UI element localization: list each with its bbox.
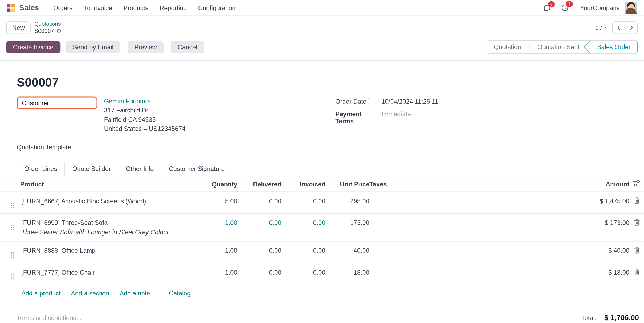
menu-reporting[interactable]: Reporting	[160, 4, 187, 11]
unit-price-cell[interactable]: 173.00	[325, 214, 369, 232]
cancel-button[interactable]: Cancel	[171, 41, 204, 53]
delivered-cell[interactable]: 0.00	[237, 263, 281, 281]
customer-section: Gemini Furniture 317 Fairchild Dr Fairfi…	[17, 96, 335, 133]
trash-icon	[634, 197, 639, 204]
order-date-value[interactable]: 10/04/2024 11:25:11	[381, 98, 438, 105]
delete-line-button[interactable]	[629, 192, 644, 209]
quantity-cell[interactable]: 1.00	[193, 214, 237, 232]
column-delivered[interactable]: Delivered	[237, 176, 281, 192]
delete-line-button[interactable]	[629, 214, 644, 231]
help-tooltip-icon: ?	[367, 98, 370, 102]
delivered-cell[interactable]: 0.00	[237, 214, 281, 232]
menu-products[interactable]: Products	[124, 4, 148, 11]
taxes-cell[interactable]	[369, 192, 577, 201]
create-invoice-button[interactable]: Create Invoice	[6, 41, 60, 53]
tab-other-info[interactable]: Other Info	[118, 161, 161, 176]
column-quantity[interactable]: Quantity	[193, 176, 237, 192]
column-invoiced[interactable]: Invoiced	[281, 176, 325, 192]
status-step-quotation-sent[interactable]: Quotation Sent	[531, 41, 586, 53]
add-product-link[interactable]: Add a product	[21, 290, 61, 297]
record-actions-gear-icon[interactable]: ⚙	[56, 28, 61, 34]
column-amount[interactable]: Amount	[577, 176, 629, 192]
column-taxes[interactable]: Taxes	[369, 176, 577, 192]
taxes-cell[interactable]	[369, 263, 577, 273]
quantity-cell[interactable]: 5.00	[193, 192, 237, 210]
delivered-cell[interactable]: 0.00	[237, 242, 281, 260]
main-menu: Orders To Invoice Products Reporting Con…	[53, 4, 236, 11]
unit-price-cell[interactable]: 40.00	[325, 242, 369, 260]
add-note-link[interactable]: Add a note	[120, 290, 150, 297]
status-step-quotation[interactable]: Quotation	[487, 41, 528, 53]
product-cell[interactable]: [FURN_8888] Office Lamp	[20, 242, 193, 260]
payment-terms-value[interactable]: Immediate	[381, 110, 411, 118]
unit-price-cell[interactable]: 295.00	[325, 192, 369, 210]
status-step-sales-order[interactable]: Sales Order	[590, 41, 638, 53]
app-title[interactable]: Sales	[19, 3, 39, 12]
menu-to-invoice[interactable]: To Invoice	[84, 4, 112, 11]
add-section-link[interactable]: Add a section	[71, 290, 109, 297]
terms-and-conditions-field[interactable]: Terms and conditions...	[17, 314, 81, 321]
product-cell[interactable]: [FURN_6667] Acoustic Bloc Screens (Wood)	[20, 192, 193, 210]
notebook-tabs: Order Lines Quote Builder Other Info Cus…	[0, 161, 644, 176]
order-line-row: [FURN_8888] Office Lamp 1.00 0.00 0.00 4…	[0, 242, 644, 263]
totals: Total: $ 1,706.00	[581, 313, 639, 322]
navbar-systray: 6 2 YourCompany	[533, 2, 637, 14]
unit-price-cell[interactable]: 18.00	[325, 263, 369, 281]
pager-next-button[interactable]	[625, 21, 638, 34]
drag-handle[interactable]	[10, 203, 14, 209]
record-title: S00007	[17, 75, 644, 89]
pager-previous-button[interactable]	[612, 21, 625, 34]
activities-button[interactable]: 2	[561, 4, 569, 12]
taxes-cell[interactable]	[369, 214, 577, 223]
messages-badge: 6	[548, 1, 555, 7]
tab-quote-builder[interactable]: Quote Builder	[65, 161, 118, 176]
order-lines-footer: Add a product Add a section Add a note C…	[0, 285, 644, 303]
chevron-right-icon	[629, 25, 634, 30]
column-unit-price[interactable]: Unit Price	[325, 176, 369, 192]
delete-line-button[interactable]	[629, 263, 644, 280]
chevron-left-icon	[616, 25, 621, 30]
trash-icon	[634, 219, 639, 226]
tab-order-lines[interactable]: Order Lines	[17, 161, 65, 176]
drag-handle[interactable]	[10, 224, 14, 231]
delivered-cell[interactable]: 0.00	[237, 192, 281, 210]
preview-button[interactable]: Preview	[128, 41, 163, 53]
invoiced-cell[interactable]: 0.00	[281, 242, 325, 260]
customer-link[interactable]: Gemini Furniture	[104, 98, 151, 105]
order-line-row: [FURN_7777] Office Chair 1.00 0.00 0.00 …	[0, 263, 644, 285]
quotation-template-label[interactable]: Quotation Template	[17, 143, 644, 151]
send-by-email-button[interactable]: Send by Email	[66, 41, 120, 53]
order-date-label: Order Date?	[335, 98, 381, 105]
sheet-footer: Terms and conditions... Total: $ 1,706.0…	[0, 303, 644, 322]
amount-cell: $ 173.00	[577, 214, 629, 232]
quantity-cell[interactable]: 1.00	[193, 263, 237, 281]
menu-orders[interactable]: Orders	[53, 4, 73, 11]
menu-configuration[interactable]: Configuration	[198, 4, 236, 11]
delete-line-button[interactable]	[629, 242, 644, 258]
company-switcher[interactable]: YourCompany	[580, 4, 620, 11]
drag-handle[interactable]	[10, 274, 14, 280]
order-line-row: [FURN_8999] Three-Seat Sofa Three Seater…	[0, 214, 644, 242]
apps-menu-icon[interactable]	[7, 3, 15, 12]
trash-icon	[634, 247, 639, 254]
taxes-cell[interactable]	[369, 242, 577, 251]
new-button[interactable]: New	[6, 21, 31, 34]
invoiced-cell[interactable]: 0.00	[281, 214, 325, 232]
messages-button[interactable]: 6	[543, 4, 551, 11]
column-product[interactable]: Product	[20, 176, 193, 192]
optional-columns-button[interactable]	[629, 176, 644, 189]
top-navbar: Sales Orders To Invoice Products Reporti…	[0, 0, 644, 16]
product-cell[interactable]: [FURN_7777] Office Chair	[20, 263, 193, 281]
tab-customer-signature[interactable]: Customer Signature	[161, 161, 232, 176]
product-cell[interactable]: [FURN_8999] Three-Seat Sofa Three Seater…	[20, 214, 193, 241]
catalog-link[interactable]: Catalog	[169, 290, 190, 297]
customer-field[interactable]	[17, 96, 97, 109]
statusbar: Quotation Quotation Sent Sales Order	[487, 40, 638, 54]
address-line-1: 317 Fairchild Dr	[104, 106, 185, 115]
breadcrumb-quotations-link[interactable]: Quotations	[34, 21, 61, 27]
quantity-cell[interactable]: 1.00	[193, 242, 237, 260]
invoiced-cell[interactable]: 0.00	[281, 192, 325, 210]
drag-handle[interactable]	[10, 252, 14, 258]
user-avatar[interactable]	[625, 2, 637, 14]
invoiced-cell[interactable]: 0.00	[281, 263, 325, 281]
